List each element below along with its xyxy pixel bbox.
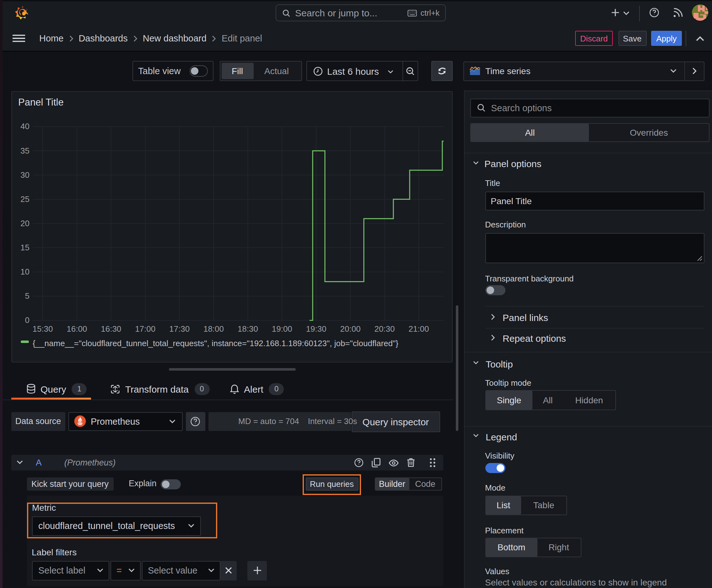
- svg-text:17:30: 17:30: [169, 324, 190, 334]
- svg-text:35: 35: [20, 146, 29, 155]
- svg-text:19:30: 19:30: [306, 324, 326, 334]
- svg-text:16:30: 16:30: [101, 324, 121, 334]
- svg-text:20:30: 20:30: [374, 324, 395, 334]
- svg-text:19:00: 19:00: [272, 324, 292, 334]
- svg-text:30: 30: [20, 170, 29, 180]
- svg-text:0: 0: [25, 315, 29, 325]
- svg-text:40: 40: [20, 122, 29, 131]
- svg-text:25: 25: [20, 194, 29, 204]
- svg-text:15:30: 15:30: [33, 324, 53, 334]
- svg-text:20: 20: [20, 218, 29, 228]
- svg-text:21:00: 21:00: [408, 324, 429, 334]
- svg-text:15: 15: [20, 243, 29, 252]
- svg-text:10: 10: [20, 267, 29, 276]
- svg-text:17:00: 17:00: [135, 324, 155, 334]
- svg-text:18:30: 18:30: [238, 324, 258, 334]
- svg-text:20:00: 20:00: [340, 324, 361, 334]
- svg-text:18:00: 18:00: [203, 324, 224, 334]
- svg-text:16:00: 16:00: [67, 324, 87, 334]
- svg-text:5: 5: [25, 291, 29, 300]
